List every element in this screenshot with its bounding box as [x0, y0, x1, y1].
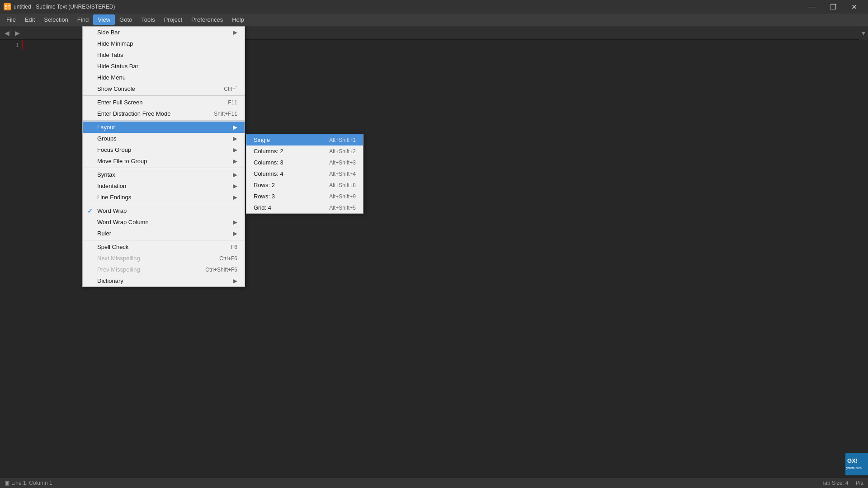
separator-5	[83, 240, 245, 240]
menu-selection[interactable]: Selection	[39, 14, 72, 25]
arrow-icon: ▶	[233, 171, 237, 178]
statusbar-encoding[interactable]: Pla	[856, 480, 863, 486]
titlebar: ST untitled - Sublime Text (UNREGISTERED…	[0, 0, 868, 14]
app-icon: ST	[4, 3, 11, 10]
arrow-icon: ▶	[233, 146, 237, 153]
arrow-icon: ▶	[233, 124, 237, 131]
submenu-item-rows-2[interactable]: Rows: 2 Alt+Shift+8	[246, 179, 363, 191]
statusbar-tab-size[interactable]: Tab Size: 4	[821, 480, 848, 486]
menu-item-enter-full-screen[interactable]: Enter Full Screen F11	[83, 97, 245, 108]
menu-item-syntax[interactable]: Syntax ▶	[83, 169, 245, 180]
menu-view[interactable]: View	[93, 14, 115, 25]
separator-4	[83, 204, 245, 204]
separator-3	[83, 168, 245, 168]
menu-preferences[interactable]: Preferences	[187, 14, 227, 25]
line-number-1: 1	[15, 42, 19, 48]
statusbar-left: ▣ Line 1, Column 1	[5, 480, 52, 486]
arrow-icon: ▶	[233, 183, 237, 189]
menu-item-prev-misspelling: Prev Misspelling Ctrl+Shift+F6	[83, 264, 245, 275]
menu-file[interactable]: File	[2, 14, 20, 25]
menu-item-hide-tabs[interactable]: Hide Tabs	[83, 49, 245, 61]
titlebar-controls: — ❐ ✕	[802, 0, 864, 14]
svg-rect-2	[845, 453, 868, 475]
submenu-item-columns-3[interactable]: Columns: 3 Alt+Shift+3	[246, 157, 363, 168]
statusbar-right: Tab Size: 4 Pla	[821, 480, 863, 486]
submenu-item-single[interactable]: Single Alt+Shift+1	[246, 134, 363, 145]
maximize-button[interactable]: ❐	[823, 0, 843, 14]
arrow-icon: ▶	[233, 277, 237, 284]
menu-item-move-file-to-group[interactable]: Move File to Group ▶	[83, 155, 245, 167]
svg-text:ST: ST	[5, 5, 10, 9]
close-button[interactable]: ✕	[844, 0, 864, 14]
menu-tools[interactable]: Tools	[137, 14, 159, 25]
view-menu-dropdown: Side Bar ▶ Hide Minimap Hide Tabs Hide S…	[82, 26, 245, 287]
menu-item-line-endings[interactable]: Line Endings ▶	[83, 192, 245, 203]
minimize-button[interactable]: —	[802, 0, 822, 14]
tab-next-arrow[interactable]: ▶	[12, 29, 23, 37]
layout-submenu: Single Alt+Shift+1 Columns: 2 Alt+Shift+…	[246, 134, 363, 214]
menu-item-layout[interactable]: Layout ▶	[83, 122, 245, 133]
line-numbers: 1	[0, 40, 23, 50]
arrow-icon: ▶	[233, 194, 237, 201]
menu-item-hide-menu[interactable]: Hide Menu	[83, 72, 245, 83]
arrow-icon: ▶	[233, 135, 237, 142]
statusbar-position[interactable]: Line 1, Column 1	[11, 480, 52, 486]
menu-item-side-bar[interactable]: Side Bar ▶	[83, 27, 245, 38]
separator-2	[83, 120, 245, 121]
arrow-icon: ▶	[233, 29, 237, 36]
menu-find[interactable]: Find	[73, 14, 93, 25]
watermark: GX! ystem.com	[845, 453, 868, 475]
menu-item-groups[interactable]: Groups ▶	[83, 133, 245, 144]
menu-item-word-wrap[interactable]: ✓ Word Wrap	[83, 205, 245, 216]
titlebar-left: ST untitled - Sublime Text (UNREGISTERED…	[4, 3, 115, 10]
menu-help[interactable]: Help	[227, 14, 249, 25]
arrow-icon: ▶	[233, 230, 237, 237]
menu-item-indentation[interactable]: Indentation ▶	[83, 180, 245, 192]
arrow-icon: ▶	[233, 219, 237, 225]
titlebar-title: untitled - Sublime Text (UNREGISTERED)	[14, 4, 115, 10]
checkmark-icon: ✓	[87, 207, 93, 215]
menubar: File Edit Selection Find View Goto Tools…	[0, 14, 868, 26]
menu-item-focus-group[interactable]: Focus Group ▶	[83, 144, 245, 155]
separator-1	[83, 95, 245, 96]
tab-prev-arrow[interactable]: ◀	[2, 29, 12, 37]
submenu-item-grid-4[interactable]: Grid: 4 Alt+Shift+5	[246, 202, 363, 213]
submenu-item-columns-2[interactable]: Columns: 2 Alt+Shift+2	[246, 145, 363, 157]
menu-item-show-console[interactable]: Show Console Ctrl+`	[83, 83, 245, 94]
statusbar: ▣ Line 1, Column 1 Tab Size: 4 Pla	[0, 477, 868, 488]
menu-project[interactable]: Project	[160, 14, 187, 25]
menu-item-ruler[interactable]: Ruler ▶	[83, 228, 245, 239]
statusbar-icon: ▣	[5, 480, 9, 486]
menu-goto[interactable]: Goto	[115, 14, 137, 25]
svg-text:GX!: GX!	[847, 457, 858, 464]
svg-text:ystem.com: ystem.com	[846, 466, 862, 470]
menu-edit[interactable]: Edit	[20, 14, 39, 25]
menu-item-enter-distraction-free[interactable]: Enter Distraction Free Mode Shift+F11	[83, 108, 245, 119]
menu-item-hide-status-bar[interactable]: Hide Status Bar	[83, 61, 245, 72]
menu-item-dictionary[interactable]: Dictionary ▶	[83, 275, 245, 286]
menu-item-next-misspelling: Next Misspelling Ctrl+F6	[83, 253, 245, 264]
menu-item-spell-check[interactable]: Spell Check F6	[83, 241, 245, 253]
tab-dropdown-arrow[interactable]: ▼	[859, 26, 868, 40]
arrow-icon: ▶	[233, 158, 237, 164]
menu-item-word-wrap-column[interactable]: Word Wrap Column ▶	[83, 216, 245, 228]
submenu-item-rows-3[interactable]: Rows: 3 Alt+Shift+9	[246, 191, 363, 202]
submenu-item-columns-4[interactable]: Columns: 4 Alt+Shift+4	[246, 168, 363, 179]
menu-item-hide-minimap[interactable]: Hide Minimap	[83, 38, 245, 49]
